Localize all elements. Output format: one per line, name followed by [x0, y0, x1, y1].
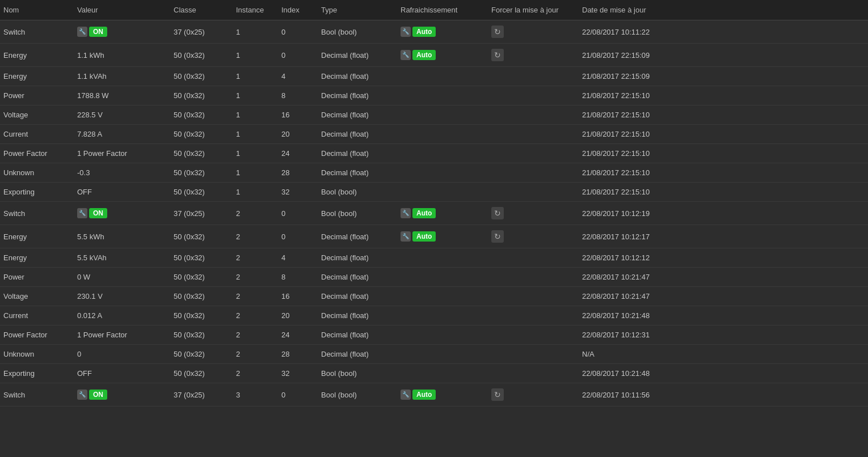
cell-valeur: OFF	[74, 364, 170, 383]
cell-force	[488, 248, 579, 268]
cell-date: 22/08/2017 10:11:22	[579, 20, 868, 44]
on-badge[interactable]: ON	[89, 27, 107, 37]
col-header-classe: Classe	[170, 0, 233, 20]
col-header-valeur: Valeur	[74, 0, 170, 20]
cell-rafraichissement	[397, 287, 488, 306]
cell-index: 20	[278, 125, 318, 144]
cell-nom: Power Factor	[0, 144, 74, 163]
wrench-icon[interactable]: 🔧	[401, 231, 411, 242]
cell-force[interactable]: ↻	[488, 44, 579, 67]
cell-classe: 50 (0x32)	[170, 144, 233, 163]
wrench-icon[interactable]: 🔧	[401, 390, 411, 400]
cell-instance: 1	[233, 183, 278, 202]
refresh-icon[interactable]: ↻	[491, 26, 504, 38]
cell-nom: Switch	[0, 20, 74, 44]
wrench-icon[interactable]: 🔧	[401, 208, 411, 218]
cell-date: 21/08/2017 22:15:10	[579, 163, 868, 183]
col-header-force: Forcer la mise à jour	[488, 0, 579, 20]
cell-nom: Exporting	[0, 364, 74, 383]
refresh-icon[interactable]: ↻	[491, 207, 504, 219]
wrench-icon[interactable]: 🔧	[77, 208, 87, 218]
wrench-icon[interactable]: 🔧	[77, 390, 87, 400]
cell-nom: Voltage	[0, 287, 74, 306]
cell-date: 22/08/2017 10:11:56	[579, 383, 868, 407]
cell-rafraichissement	[397, 248, 488, 268]
cell-index: 8	[278, 86, 318, 105]
refresh-icon[interactable]: ↻	[491, 230, 504, 243]
table-row: Energy1.1 kVAh50 (0x32)14Decimal (float)…	[0, 67, 868, 86]
cell-date: 22/08/2017 10:12:19	[579, 202, 868, 225]
cell-valeur: 🔧ON	[74, 20, 170, 44]
cell-index: 0	[278, 383, 318, 407]
wrench-icon[interactable]: 🔧	[401, 27, 411, 37]
cell-date: 22/08/2017 10:21:48	[579, 306, 868, 325]
wrench-icon[interactable]: 🔧	[77, 27, 87, 37]
table-header-row: Nom Valeur Classe Instance Index Type Ra…	[0, 0, 868, 20]
cell-rafraichissement	[397, 125, 488, 144]
auto-badge[interactable]: Auto	[412, 208, 436, 218]
cell-rafraichissement	[397, 268, 488, 287]
cell-type: Decimal (float)	[318, 225, 397, 248]
cell-valeur: 1.1 kWh	[74, 44, 170, 67]
cell-rafraichissement[interactable]: 🔧Auto	[397, 383, 488, 407]
auto-badge[interactable]: Auto	[412, 50, 436, 60]
cell-nom: Switch	[0, 202, 74, 225]
cell-rafraichissement[interactable]: 🔧Auto	[397, 44, 488, 67]
refresh-icon[interactable]: ↻	[491, 388, 504, 401]
cell-rafraichissement	[397, 86, 488, 105]
cell-force	[488, 67, 579, 86]
cell-instance: 1	[233, 86, 278, 105]
cell-type: Decimal (float)	[318, 163, 397, 183]
cell-index: 0	[278, 202, 318, 225]
cell-force[interactable]: ↻	[488, 383, 579, 407]
cell-date: 22/08/2017 10:21:48	[579, 364, 868, 383]
cell-force	[488, 86, 579, 105]
cell-instance: 2	[233, 345, 278, 364]
cell-rafraichissement[interactable]: 🔧Auto	[397, 202, 488, 225]
wrench-icon[interactable]: 🔧	[401, 50, 411, 60]
auto-badge[interactable]: Auto	[412, 231, 436, 242]
on-badge[interactable]: ON	[89, 390, 107, 400]
cell-instance: 2	[233, 202, 278, 225]
cell-type: Decimal (float)	[318, 105, 397, 125]
table-row: ExportingOFF50 (0x32)232Bool (bool)22/08…	[0, 364, 868, 383]
cell-instance: 1	[233, 44, 278, 67]
cell-classe: 50 (0x32)	[170, 163, 233, 183]
refresh-icon[interactable]: ↻	[491, 49, 504, 61]
cell-rafraichissement[interactable]: 🔧Auto	[397, 225, 488, 248]
cell-force[interactable]: ↻	[488, 202, 579, 225]
cell-force	[488, 125, 579, 144]
cell-date: 22/08/2017 10:12:31	[579, 325, 868, 345]
cell-classe: 50 (0x32)	[170, 345, 233, 364]
col-header-date: Date de mise à jour	[579, 0, 868, 20]
table-row: Unknown-0.350 (0x32)128Decimal (float)21…	[0, 163, 868, 183]
cell-rafraichissement[interactable]: 🔧Auto	[397, 20, 488, 44]
cell-force[interactable]: ↻	[488, 20, 579, 44]
cell-index: 28	[278, 345, 318, 364]
cell-instance: 2	[233, 306, 278, 325]
col-header-index: Index	[278, 0, 318, 20]
cell-date: 22/08/2017 10:12:12	[579, 248, 868, 268]
cell-nom: Energy	[0, 225, 74, 248]
cell-rafraichissement	[397, 183, 488, 202]
cell-classe: 50 (0x32)	[170, 268, 233, 287]
col-header-type: Type	[318, 0, 397, 20]
cell-force	[488, 144, 579, 163]
cell-force[interactable]: ↻	[488, 225, 579, 248]
auto-badge[interactable]: Auto	[412, 27, 436, 37]
cell-index: 16	[278, 287, 318, 306]
cell-index: 0	[278, 20, 318, 44]
cell-nom: Power	[0, 86, 74, 105]
cell-nom: Switch	[0, 383, 74, 407]
on-badge[interactable]: ON	[89, 208, 107, 218]
cell-valeur: 0.012 A	[74, 306, 170, 325]
col-header-rafraichissement: Rafraichissement	[397, 0, 488, 20]
cell-rafraichissement	[397, 144, 488, 163]
cell-index: 24	[278, 325, 318, 345]
cell-force	[488, 287, 579, 306]
auto-badge[interactable]: Auto	[412, 390, 436, 400]
cell-type: Decimal (float)	[318, 325, 397, 345]
table-row: Current0.012 A50 (0x32)220Decimal (float…	[0, 306, 868, 325]
cell-nom: Current	[0, 125, 74, 144]
table-row: Energy5.5 kWh50 (0x32)20Decimal (float)🔧…	[0, 225, 868, 248]
